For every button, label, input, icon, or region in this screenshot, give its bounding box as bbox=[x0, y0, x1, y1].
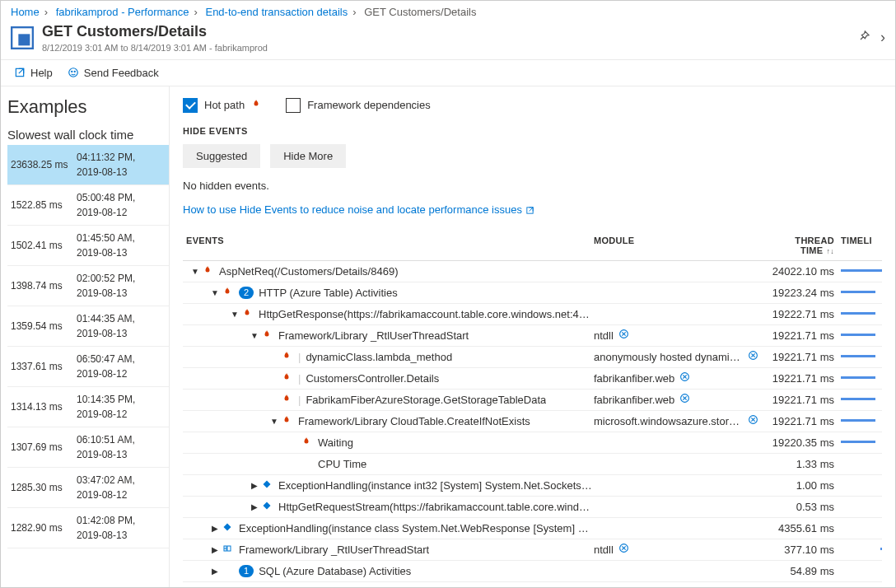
module-remove-icon[interactable] bbox=[748, 350, 758, 363]
diamond-icon bbox=[222, 522, 234, 534]
example-row[interactable]: 1314.13 ms10:14:35 PM,2019-08-12 bbox=[7, 387, 169, 427]
event-row[interactable]: HttpGetRequestStream(https://fabrikamacc… bbox=[183, 497, 882, 518]
timeline-cell bbox=[841, 306, 882, 322]
framework-checkbox[interactable]: Framework dependencies bbox=[286, 98, 431, 113]
module-cell: microsoft.windowsazure.storage bbox=[594, 414, 758, 427]
event-name: ExceptionHandling(instance int32 [System… bbox=[278, 479, 594, 492]
event-row[interactable]: Framework/Library _RtlUserThreadStartntd… bbox=[183, 539, 882, 561]
event-row[interactable]: CPU Time1.33 ms bbox=[183, 454, 882, 475]
thread-time: 19221.71 ms bbox=[758, 372, 841, 385]
chevron-right-icon[interactable]: › bbox=[880, 29, 885, 46]
example-row[interactable]: 1307.69 ms06:10:51 AM,2019-08-13 bbox=[7, 427, 169, 468]
example-row[interactable]: 1398.74 ms02:00:52 PM,2019-08-13 bbox=[7, 266, 169, 306]
feedback-link[interactable]: Send Feedback bbox=[68, 67, 159, 79]
event-row[interactable]: |CustomersController.Detailsfabrikanfibe… bbox=[183, 368, 882, 390]
count-badge: 2 bbox=[239, 287, 254, 299]
thread-time: 19221.71 ms bbox=[758, 394, 841, 406]
thread-time: 1.33 ms bbox=[758, 458, 841, 470]
thread-time: 19223.24 ms bbox=[758, 287, 841, 299]
col-timeline[interactable]: TIMELI bbox=[841, 236, 882, 255]
event-row[interactable]: |FabrikamFiberAzureStorage.GetStorageTab… bbox=[183, 390, 882, 411]
toolbar: Help Send Feedback bbox=[1, 60, 895, 86]
event-row[interactable]: 2HTTP (Azure Table) Activities19223.24 m… bbox=[183, 282, 882, 304]
event-row[interactable]: Unmanaged Async10.62 ms bbox=[183, 582, 882, 588]
module-remove-icon[interactable] bbox=[618, 329, 629, 342]
expand-caret[interactable] bbox=[249, 502, 260, 511]
howto-link[interactable]: How to use Hide Events to reduce noise a… bbox=[183, 203, 534, 216]
timeline-cell bbox=[841, 327, 882, 343]
count-badge: 1 bbox=[239, 565, 254, 577]
hotpath-checkbox[interactable]: Hot path bbox=[183, 98, 261, 113]
hide-more-button[interactable]: Hide More bbox=[270, 144, 346, 168]
event-row[interactable]: Waiting19220.35 ms bbox=[183, 432, 882, 454]
example-row[interactable]: 1337.61 ms06:50:47 AM,2019-08-12 bbox=[7, 347, 169, 387]
example-row[interactable]: 23638.25 ms04:11:32 PM,2019-08-13 bbox=[7, 145, 169, 185]
crumb-e2e[interactable]: End-to-end transaction details bbox=[205, 6, 348, 18]
expand-caret[interactable] bbox=[249, 481, 260, 490]
event-row[interactable]: Framework/Library _RtlUserThreadStartntd… bbox=[183, 325, 882, 347]
expand-caret[interactable] bbox=[209, 288, 221, 297]
module-cell: fabrikanfiber.web bbox=[594, 371, 758, 385]
table-header: EVENTS MODULE THREAD TIME↑↓ TIMELI bbox=[183, 231, 882, 261]
module-remove-icon[interactable] bbox=[679, 393, 690, 406]
module-remove-icon[interactable] bbox=[618, 543, 629, 556]
svg-rect-2 bbox=[14, 29, 19, 46]
event-row[interactable]: AspNetReq(/Customers/Details/8469)24022.… bbox=[183, 261, 882, 282]
event-row[interactable]: Framework/Library CloudTable.CreateIfNot… bbox=[183, 411, 882, 432]
lib-icon bbox=[222, 544, 234, 555]
col-events[interactable]: EVENTS bbox=[183, 236, 594, 255]
crumb-current: GET Customers/Details bbox=[364, 6, 476, 18]
example-row[interactable]: 1502.41 ms01:45:50 AM,2019-08-13 bbox=[7, 226, 169, 266]
thread-time: 19222.71 ms bbox=[758, 308, 841, 320]
expand-caret[interactable] bbox=[268, 417, 280, 426]
thread-time: 377.10 ms bbox=[758, 544, 841, 556]
expand-caret[interactable] bbox=[209, 545, 221, 554]
svg-point-4 bbox=[69, 68, 78, 77]
module-remove-icon[interactable] bbox=[748, 414, 758, 427]
event-row[interactable]: 1SQL (Azure Database) Activities54.89 ms bbox=[183, 561, 882, 582]
event-name: SQL (Azure Database) Activities bbox=[259, 565, 411, 577]
blank-icon bbox=[301, 458, 313, 469]
timeline-cell bbox=[841, 498, 882, 515]
event-row[interactable]: |dynamicClass.lambda_methodanonymously h… bbox=[183, 347, 882, 368]
timeline-cell bbox=[841, 562, 882, 579]
flame-icon bbox=[282, 372, 293, 384]
event-row[interactable]: HttpGetResponse(https://fabrikamaccount.… bbox=[183, 304, 882, 325]
event-name: HttpGetResponse(https://fabrikamaccount.… bbox=[259, 308, 594, 320]
module-cell: ntdll bbox=[594, 543, 758, 556]
flame-icon bbox=[301, 436, 313, 448]
col-module[interactable]: MODULE bbox=[594, 236, 758, 255]
example-row[interactable]: 1359.54 ms01:44:35 AM,2019-08-13 bbox=[7, 306, 169, 347]
expand-caret[interactable] bbox=[189, 267, 201, 276]
help-link[interactable]: Help bbox=[14, 67, 53, 79]
example-row[interactable]: 1285.30 ms03:47:02 AM,2019-08-12 bbox=[7, 468, 169, 508]
pin-icon[interactable] bbox=[857, 30, 870, 45]
thread-time: 24022.10 ms bbox=[758, 265, 841, 278]
thread-time: 54.89 ms bbox=[758, 565, 841, 577]
event-row[interactable]: ExceptionHandling(instance int32 [System… bbox=[183, 475, 882, 497]
flame-icon bbox=[282, 415, 293, 427]
event-row[interactable]: ExceptionHandling(instance class System.… bbox=[183, 518, 882, 539]
examples-sidebar: Examples Slowest wall clock time 23638.2… bbox=[1, 86, 170, 588]
example-row[interactable]: 1282.90 ms01:42:08 PM,2019-08-13 bbox=[7, 508, 169, 548]
blank-icon bbox=[222, 565, 234, 576]
module-remove-icon[interactable] bbox=[679, 371, 690, 385]
example-row[interactable]: 1522.85 ms05:00:48 PM,2019-08-12 bbox=[7, 185, 169, 226]
expand-caret[interactable] bbox=[229, 310, 240, 319]
timeline-cell bbox=[841, 455, 882, 472]
col-threadtime[interactable]: THREAD TIME↑↓ bbox=[758, 236, 841, 255]
crumb-home[interactable]: Home bbox=[11, 6, 40, 18]
examples-subtitle: Slowest wall clock time bbox=[7, 128, 169, 142]
expand-caret[interactable] bbox=[249, 331, 260, 340]
expand-caret[interactable] bbox=[209, 524, 221, 533]
timeline-cell bbox=[841, 263, 882, 279]
timeline-cell bbox=[841, 520, 882, 536]
crumb-resource[interactable]: fabrikamprod - Performance bbox=[56, 6, 189, 18]
page-subtitle: 8/12/2019 3:01 AM to 8/14/2019 3:01 AM -… bbox=[42, 43, 268, 53]
diamond-icon bbox=[262, 479, 273, 491]
flame-icon bbox=[282, 394, 293, 405]
timeline-cell bbox=[841, 477, 882, 493]
event-name: AspNetReq(/Customers/Details/8469) bbox=[219, 265, 398, 278]
expand-caret[interactable] bbox=[209, 567, 221, 576]
suggested-button[interactable]: Suggested bbox=[183, 144, 260, 168]
